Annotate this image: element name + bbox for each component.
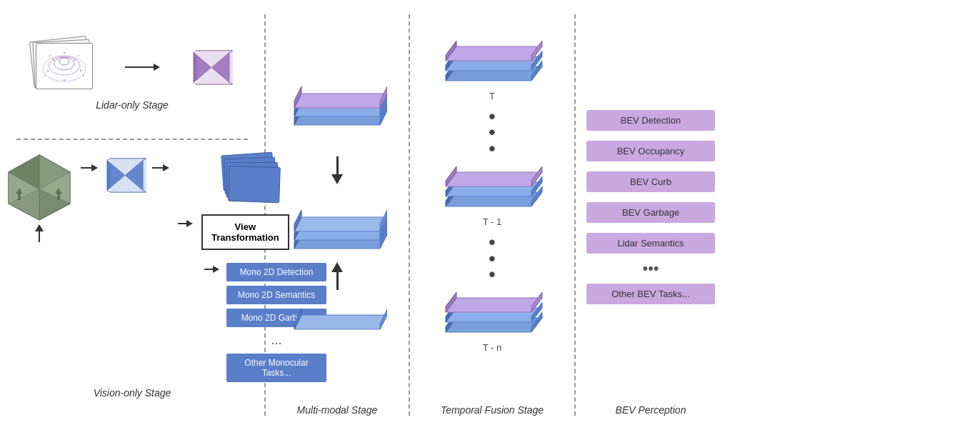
vision-only-label: Vision-only Stage [94,387,171,399]
arrow-body [178,223,186,224]
vision-bottom-row: View Transformation [4,150,261,382]
up-arrow-body [336,272,339,290]
svg-rect-36 [18,193,21,200]
bowtie-to-stack-arrow-wrapper [149,150,172,171]
svg-point-6 [53,59,54,61]
single-bev-flat-svg [287,304,387,336]
down-arrow-body [336,156,339,174]
temporal-tn-svg [439,289,546,339]
camera-input-icon [4,154,75,221]
lidar-only-label: Lidar-only Stage [96,99,169,111]
section-multimodal: Multi-modal Stage [266,7,409,423]
up-arrow-body [39,231,40,242]
svg-point-12 [49,55,51,56]
view-transform-label-line1: View [235,221,256,232]
multimodal-label: Multi-modal Stage [297,404,378,416]
vision-left [4,150,75,245]
svg-point-4 [47,70,49,71]
arrow-head [213,266,219,273]
svg-point-2 [54,57,74,70]
svg-marker-64 [294,217,387,231]
down-arrow-head [331,174,343,184]
svg-marker-76 [446,46,542,61]
temporal-tn-group: T - n [439,289,546,353]
bev-perception-label: BEV Perception [616,404,686,416]
bev-task-list: BEV Detection BEV Occupancy BEV Curb BEV… [586,14,715,400]
temporal-t1-svg [439,164,546,214]
bottom-bev-stack [287,199,387,259]
camera-to-bowtie-arrow [81,164,98,171]
arrow-body [204,269,213,270]
svg-point-8 [64,52,65,54]
lidar-bev-output [190,49,233,85]
temporal-t-label: T [489,91,495,101]
arrow-body [125,66,154,68]
temporal-t-group: T [439,38,546,101]
bev-task-occupancy: BEV Occupancy [586,141,715,161]
section-lidar-vision: Lidar-only Stage [0,7,264,423]
bowtie-to-stack-arrow [152,164,169,171]
arrow [178,220,193,227]
arrow [204,266,219,273]
to-mono-arrow [201,266,222,273]
arrow-head [163,164,169,171]
svg-point-5 [80,70,81,71]
svg-rect-38 [57,193,60,200]
section-bev-perception: BEV Detection BEV Occupancy BEV Curb BEV… [576,7,726,423]
bev-task-detection: BEV Detection [586,110,715,131]
svg-point-7 [74,59,76,61]
svg-point-13 [78,55,79,56]
vision-area: View Transformation [4,143,261,416]
lidar-vision-divider [16,139,248,140]
svg-marker-67 [294,315,387,329]
svg-line-16 [194,51,197,53]
temporal-tn-label: T - n [483,342,502,353]
camera-up-arrow [35,224,44,242]
arrow-body [81,167,91,169]
bev-task-other: Other BEV Tasks... [586,284,715,304]
arrow-head [91,164,98,171]
temporal-fusion-label: Temporal Fusion Stage [441,404,544,416]
svg-point-10 [83,75,84,76]
bev-dots: ••• [642,261,659,276]
main-container: Lidar-only Stage [0,0,980,430]
top-bev-flat-svg [287,75,387,132]
multimodal-up-arrow [331,262,343,290]
temporal-dots-1: ••• [489,109,496,156]
temporal-t-svg [439,38,546,88]
temporal-t1-label: T - 1 [483,216,502,227]
svg-marker-48 [111,159,146,192]
svg-line-44 [107,190,111,192]
arrow-body [152,167,163,169]
section-temporal: T ••• [410,7,574,423]
svg-point-9 [44,75,46,76]
up-arrow-head [35,224,44,231]
stack-to-viewtransform-arrow [175,220,196,227]
svg-marker-22 [197,51,233,84]
svg-marker-55 [294,94,387,108]
svg-point-1 [49,56,80,75]
lidar-row [4,39,261,96]
svg-point-11 [64,79,65,81]
purple-bowtie-svg [190,49,233,85]
paper-layer-3 [36,43,93,89]
svg-line-18 [194,82,197,84]
temporal-dots-2: ••• [489,234,496,282]
blue-bev-input [104,157,146,193]
multimodal-content [287,14,387,400]
arrow-head [186,220,193,227]
single-bev-feature [287,304,387,339]
svg-point-3 [59,58,69,65]
bev-task-curb: BEV Curb [586,171,715,192]
temporal-t1-group: T - 1 [439,164,546,227]
top-bev-stack [287,75,387,135]
bev-task-lidar-semantics: Lidar Semantics [586,233,715,254]
svg-marker-85 [446,172,542,186]
blue-bowtie-svg [104,157,146,193]
camera-to-bowtie-arrow-wrapper [78,150,101,171]
multimodal-down-arrow [331,156,343,184]
up-arrow-head [331,262,343,272]
bottom-bev-flat-svg [287,199,387,256]
camera-hex-svg [4,154,75,221]
temporal-content: T ••• [414,21,571,400]
